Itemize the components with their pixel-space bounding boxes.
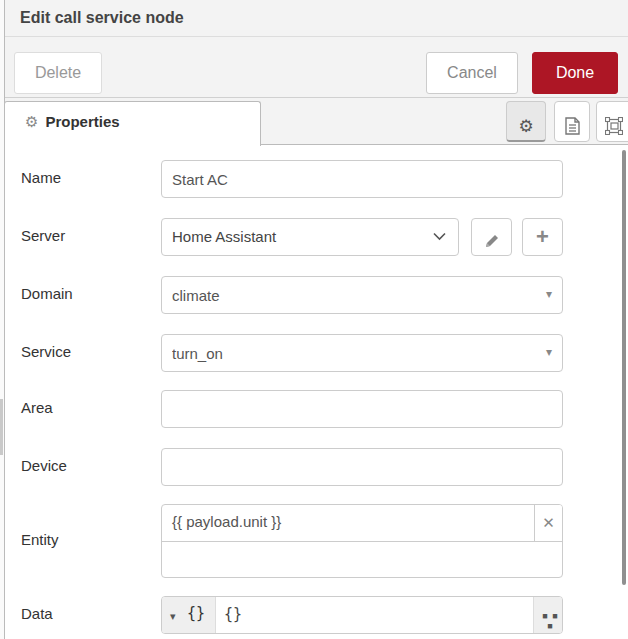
chevron-down-icon <box>433 232 446 241</box>
entity-value: {{ payload.unit }} <box>172 513 281 530</box>
properties-gear-icon: ⚙ <box>25 113 38 131</box>
gear-icon: ⚙ <box>518 118 533 135</box>
edit-server-button[interactable] <box>471 218 512 256</box>
pencil-icon <box>484 233 500 249</box>
service-label: Service <box>21 343 71 360</box>
service-input[interactable] <box>161 334 563 372</box>
selection-icon <box>605 117 623 135</box>
server-select[interactable]: Home Assistant <box>161 218 459 256</box>
edit-call-service-dialog: { "dialog": { "title": "Edit call servic… <box>0 0 628 639</box>
server-select-value: Home Assistant <box>172 228 276 245</box>
close-icon: ✕ <box>542 514 555 532</box>
data-value[interactable]: {} <box>224 605 242 623</box>
edit-node-tray: Edit call service node Delete Cancel Don… <box>4 0 628 639</box>
dialog-title: Edit call service node <box>20 9 184 27</box>
properties-form: Name Server Home Assistant + Domain ▾ Se… <box>5 145 628 639</box>
remove-entity-button[interactable]: ✕ <box>534 505 562 541</box>
tab-properties-label: Properties <box>45 113 119 130</box>
ellipsis-icon: ■ ■ ■ <box>539 611 562 631</box>
tab-bar: ⚙Properties ⚙ <box>5 98 628 145</box>
device-input[interactable] <box>161 448 563 486</box>
description-view-button[interactable] <box>554 101 590 142</box>
area-input[interactable] <box>161 390 563 428</box>
appearance-view-button[interactable] <box>596 101 628 142</box>
cancel-button[interactable]: Cancel <box>426 52 518 94</box>
plus-icon: + <box>536 224 549 249</box>
entity-list: {{ payload.unit }} ✕ <box>161 504 563 578</box>
caret-down-icon: ▾ <box>170 610 176 623</box>
json-type-icon: {} <box>187 604 205 622</box>
dialog-header: Edit call service node <box>5 0 628 37</box>
name-label: Name <box>21 169 61 186</box>
done-button[interactable]: Done <box>532 52 618 94</box>
data-label: Data <box>21 605 53 622</box>
entity-list-item[interactable]: {{ payload.unit }} ✕ <box>162 505 562 542</box>
domain-label: Domain <box>21 285 73 302</box>
device-label: Device <box>21 457 67 474</box>
form-scrollbar-thumb[interactable] <box>622 150 626 585</box>
area-label: Area <box>21 399 53 416</box>
data-type-select[interactable]: ▾ {} <box>162 597 216 633</box>
entity-label: Entity <box>21 531 59 548</box>
background-scrollbar-thumb[interactable] <box>0 399 3 455</box>
domain-input[interactable] <box>161 276 563 314</box>
tab-properties[interactable]: ⚙Properties <box>4 101 261 146</box>
document-icon <box>565 117 580 135</box>
expand-editor-button[interactable]: ■ ■ ■ <box>533 597 562 633</box>
name-input[interactable] <box>161 160 563 198</box>
dialog-toolbar: Delete Cancel Done <box>5 37 628 98</box>
server-label: Server <box>21 227 65 244</box>
delete-button[interactable]: Delete <box>14 52 102 94</box>
properties-view-button[interactable]: ⚙ <box>506 101 546 142</box>
add-server-button[interactable]: + <box>522 218 563 256</box>
data-typed-input: ▾ {} {} ■ ■ ■ <box>161 596 563 634</box>
